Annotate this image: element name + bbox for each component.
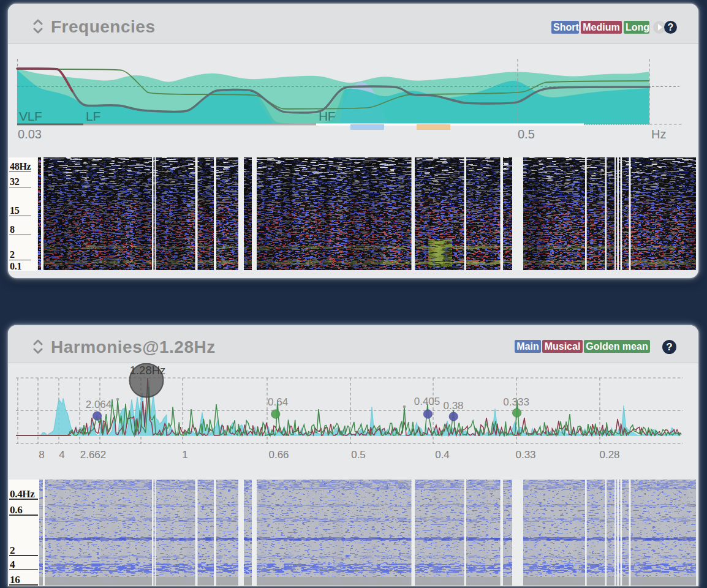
svg-text:0.66: 0.66 [268,449,289,461]
svg-text:0.4: 0.4 [435,449,450,461]
svg-text:2.662: 2.662 [80,449,107,461]
svg-text:HF: HF [319,109,335,123]
svg-text:4: 4 [59,449,64,461]
svg-text:2.064: 2.064 [86,399,112,410]
svg-text:0.28: 0.28 [599,449,619,461]
svg-text:1.28Hz: 1.28Hz [130,364,166,377]
svg-text:0.38: 0.38 [443,400,463,412]
svg-text:0.5: 0.5 [351,449,366,461]
svg-text:0.5: 0.5 [518,127,535,141]
svg-text:0.405: 0.405 [414,396,440,407]
svg-text:1: 1 [182,449,187,461]
svg-text:0.333: 0.333 [503,396,529,408]
svg-text:VLF: VLF [19,109,42,123]
svg-text:8: 8 [39,449,44,461]
svg-text:LF: LF [86,109,100,123]
svg-text:Hz: Hz [651,127,666,141]
svg-text:0.33: 0.33 [515,449,535,461]
svg-text:0.03: 0.03 [18,127,42,141]
svg-text:0.64: 0.64 [268,396,288,408]
